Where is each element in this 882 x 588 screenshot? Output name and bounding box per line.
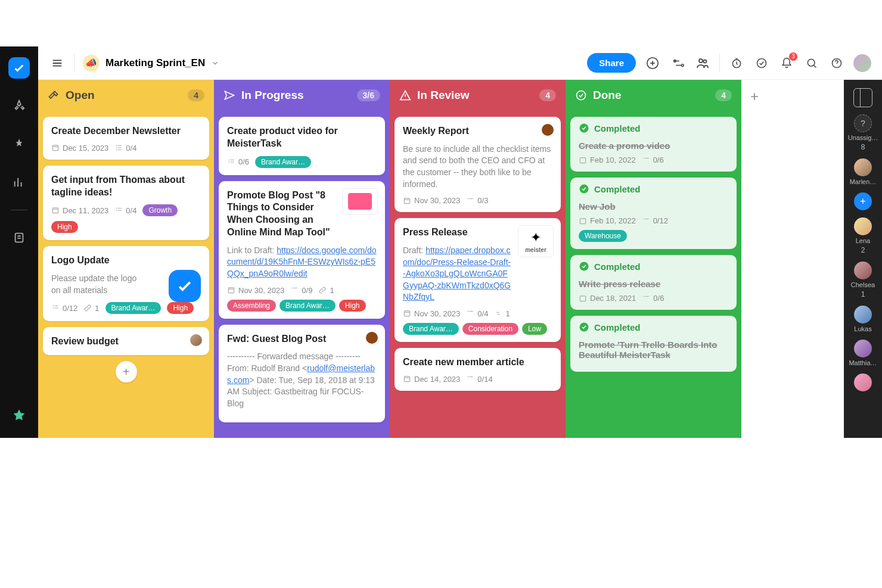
checklist-meta: 0/4 [114, 144, 136, 153]
task-card[interactable]: Promote Blog Post "8 Things to Consider … [219, 181, 385, 319]
my-tasks-icon[interactable] [753, 55, 770, 71]
column-header[interactable]: In Progress 3/6 [214, 80, 390, 111]
tag: High [167, 302, 194, 314]
svg-rect-20 [580, 295, 585, 301]
task-card[interactable]: Completed Promote 'Turn Trello Boards In… [570, 316, 737, 372]
check-icon [579, 183, 589, 194]
svg-point-6 [808, 59, 815, 66]
tag: Warehouse [579, 230, 627, 242]
tag: High [51, 221, 78, 233]
view-toggle[interactable] [853, 88, 872, 107]
task-card[interactable]: Completed Create a promo video Feb 10, 2… [570, 117, 737, 172]
task-card[interactable]: Fwd: Guest Blog Post ---------- Forwarde… [219, 325, 385, 423]
tag: Assembling [227, 300, 276, 312]
person-filter[interactable]: Lena 2 [854, 217, 872, 254]
svg-point-19 [580, 262, 589, 271]
add-person[interactable]: + [854, 192, 872, 210]
svg-rect-8 [52, 145, 58, 151]
assignee-avatar [366, 332, 378, 344]
help-icon[interactable] [828, 55, 845, 71]
task-card[interactable]: Press Release ✦meister Draft: https://pa… [395, 218, 561, 342]
task-card[interactable]: Get input from Thomas about tagline idea… [43, 166, 209, 241]
board-emoji: 📣 [83, 55, 100, 71]
notification-badge: 3 [789, 52, 797, 61]
add-column-button[interactable] [746, 88, 763, 105]
svg-point-2 [699, 59, 703, 63]
person-avatar [854, 217, 872, 235]
tag: Brand Awar… [279, 300, 336, 312]
person-filter[interactable]: Matthia… [849, 340, 877, 366]
task-card[interactable]: Completed Write press release Dec 18, 20… [570, 255, 737, 310]
svg-rect-9 [52, 208, 58, 213]
svg-rect-10 [228, 288, 234, 293]
unassigned-filter[interactable]: ? Unassig… 8 [848, 114, 878, 151]
assignee-avatar [542, 124, 554, 136]
column-header[interactable]: Open 4 [38, 80, 214, 111]
board: Open 4 Create December Newsletter Dec 15… [38, 80, 882, 438]
tag: Brand Awar… [403, 323, 459, 335]
automations-icon[interactable] [669, 55, 686, 71]
svg-rect-18 [580, 218, 585, 223]
task-card[interactable]: Create new member article Dec 14, 2023 0… [395, 348, 561, 391]
tag: Low [522, 323, 547, 335]
tag: Brand Awar… [255, 156, 311, 168]
search-icon[interactable] [803, 55, 820, 71]
column-done: Done 4 Completed Create a promo video Fe… [566, 80, 741, 438]
tag: High [339, 300, 366, 312]
share-button[interactable]: Share [587, 53, 636, 73]
card-thumbnail [342, 188, 378, 214]
tag: Growth [142, 204, 178, 216]
svg-point-15 [580, 124, 589, 133]
task-card[interactable]: Logo Update Please update the logo on al… [43, 246, 209, 321]
svg-rect-16 [580, 157, 585, 163]
date-meta: Dec 15, 2023 [51, 144, 108, 153]
person-filter[interactable] [854, 374, 872, 391]
person-filter[interactable]: Chelsea 1 [851, 262, 875, 298]
svg-rect-12 [404, 311, 409, 316]
add-card-button[interactable]: + [116, 361, 137, 382]
plane-icon [223, 89, 235, 101]
menu-icon[interactable] [49, 55, 66, 71]
user-avatar[interactable] [853, 54, 871, 72]
notifications-icon[interactable]: 3 [778, 55, 795, 71]
person-avatar [854, 262, 872, 279]
add-person-icon: + [854, 192, 872, 210]
warning-icon [399, 89, 411, 101]
reports-icon[interactable] [8, 172, 30, 193]
columns: Open 4 Create December Newsletter Dec 15… [38, 80, 844, 438]
column-open: Open 4 Create December Newsletter Dec 15… [38, 80, 214, 438]
rocket-icon[interactable] [8, 95, 30, 117]
add-icon[interactable] [644, 55, 661, 71]
column-review: In Review 4 Weekly Report Be sure to inc… [390, 80, 566, 438]
task-card[interactable]: Completed New Job Feb 10, 2022 0/12 Ware… [570, 178, 737, 249]
task-card[interactable]: Create December Newsletter Dec 15, 2023 … [43, 117, 209, 160]
right-rail: ? Unassig… 8 Marlen… + Lena 2 [844, 80, 882, 438]
column-header[interactable]: In Review 4 [390, 80, 566, 111]
column-progress: In Progress 3/6 Create product video for… [214, 80, 390, 438]
tag: Consideration [462, 323, 518, 335]
home-icon[interactable] [8, 57, 30, 79]
svg-point-17 [580, 185, 589, 194]
task-card[interactable]: Weekly Report Be sure to include all the… [395, 117, 561, 212]
app-switcher-icon[interactable] [8, 406, 30, 427]
check-icon [169, 270, 201, 302]
left-rail [0, 46, 38, 438]
pin-icon[interactable] [8, 133, 30, 155]
tag: Brand Awar… [105, 302, 162, 314]
card-thumbnail: ✦meister [518, 225, 554, 257]
task-card[interactable]: Create product video for MeisterTask 0/6… [219, 117, 385, 175]
timer-icon[interactable] [728, 55, 745, 71]
person-filter[interactable]: Lukas [854, 306, 872, 332]
svg-point-14 [577, 91, 586, 100]
person-avatar [854, 306, 872, 323]
hammer-icon [48, 89, 60, 101]
notes-icon[interactable] [8, 227, 30, 248]
column-header[interactable]: Done 4 [566, 80, 741, 111]
members-icon[interactable] [694, 55, 711, 71]
svg-point-5 [757, 58, 766, 67]
person-filter[interactable]: Marlen… [850, 158, 877, 185]
add-column [741, 80, 768, 438]
board-selector[interactable]: 📣 Marketing Sprint_EN [83, 55, 219, 71]
task-card[interactable]: Review budget [43, 327, 209, 355]
topbar: 📣 Marketing Sprint_EN Share 3 [38, 46, 882, 80]
